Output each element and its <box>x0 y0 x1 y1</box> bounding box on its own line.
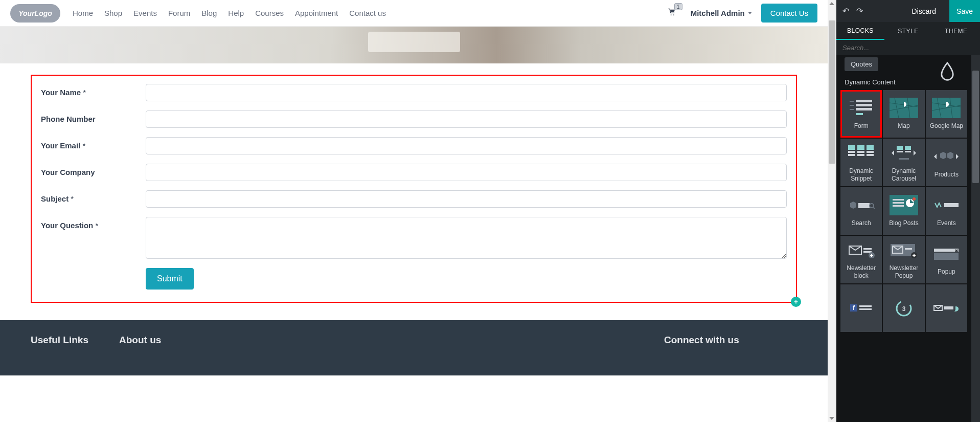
nav-events[interactable]: Events <box>133 9 157 17</box>
website-topbar: YourLogo Home Shop Events Forum Blog Hel… <box>0 0 828 27</box>
svg-rect-34 <box>863 248 872 250</box>
block-label: Dynamic Snippet <box>840 167 882 182</box>
nav-shop[interactable]: Shop <box>104 9 122 17</box>
form-block-selection[interactable]: Your Name *Phone NumberYour Email *Your … <box>31 75 797 303</box>
block-form[interactable]: Form <box>840 90 882 138</box>
form-field-phone-number[interactable] <box>146 110 787 128</box>
block-dynamic-snippet[interactable]: Dynamic Snippet <box>840 139 882 186</box>
news-icon <box>847 240 876 260</box>
svg-rect-32 <box>944 203 959 207</box>
search-input[interactable] <box>842 44 974 52</box>
block-blog-posts[interactable]: Blog Posts <box>883 187 924 235</box>
countdown-icon: 3 <box>890 298 918 319</box>
svg-rect-46 <box>859 308 872 310</box>
cart-button[interactable]: 1 <box>667 8 676 18</box>
tab-theme[interactable]: THEME <box>932 22 980 40</box>
svg-rect-20 <box>897 146 903 150</box>
svg-rect-19 <box>867 154 874 156</box>
scroll-thumb[interactable] <box>972 71 979 183</box>
block-label: Blog Posts <box>887 219 920 227</box>
block-newsletter-block[interactable]: Newsletter block <box>840 236 882 283</box>
svg-rect-42 <box>934 253 959 260</box>
hero-image <box>0 27 828 63</box>
nav-contactus[interactable]: Contact us <box>349 9 386 17</box>
form-field-your-company[interactable] <box>146 164 787 181</box>
block-social[interactable] <box>926 284 967 332</box>
block-newsletter-popup[interactable]: Newsletter Popup <box>883 236 924 283</box>
block-countdown[interactable]: 3 <box>883 284 924 332</box>
discard-button[interactable]: Discard <box>912 7 936 15</box>
tab-style[interactable]: STYLE <box>884 22 932 40</box>
quotes-block-chip[interactable]: Quotes <box>845 57 878 71</box>
block-label: Products <box>932 171 961 178</box>
map-icon <box>890 98 918 118</box>
user-menu[interactable]: Mitchell Admin <box>691 9 752 17</box>
svg-rect-29 <box>893 202 904 204</box>
save-button[interactable]: Save <box>949 0 980 22</box>
block-label: Newsletter Popup <box>883 264 924 279</box>
editor-sidebar: ↶ ↷ Discard Save BLOCKS STYLE THEME Quot… <box>836 0 980 422</box>
submit-button[interactable]: Submit <box>146 268 194 290</box>
block-dynamic-carousel[interactable]: Dynamic Carousel <box>883 139 924 186</box>
nav-help[interactable]: Help <box>228 9 244 17</box>
svg-rect-22 <box>905 146 911 150</box>
svg-rect-3 <box>856 100 872 102</box>
block-label: Popup <box>936 268 958 275</box>
block-label: Map <box>896 122 911 129</box>
footer-connect: Connect with us <box>664 335 797 355</box>
svg-rect-23 <box>905 151 911 152</box>
main-nav: Home Shop Events Forum Blog Help Courses… <box>73 9 667 17</box>
popup-icon <box>932 243 961 264</box>
form-field-your-name[interactable] <box>146 84 787 101</box>
block-label: Events <box>935 219 958 227</box>
svg-rect-5 <box>856 104 872 106</box>
svg-point-1 <box>673 14 674 15</box>
footer-heading: About us <box>119 335 531 346</box>
editor-topbar: ↶ ↷ Discard Save <box>836 0 980 22</box>
drop-icon <box>939 61 956 83</box>
block-popup[interactable]: Popup <box>926 236 967 283</box>
block-fb[interactable]: f <box>840 284 882 332</box>
resize-handle[interactable] <box>791 297 801 307</box>
nav-appointment[interactable]: Appointment <box>295 9 338 17</box>
contact-us-button[interactable]: Contact Us <box>761 4 817 23</box>
nav-home[interactable]: Home <box>73 9 93 17</box>
main-scrollbar[interactable] <box>828 0 836 422</box>
nav-forum[interactable]: Forum <box>168 9 190 17</box>
footer: Useful Links About us Connect with us <box>0 320 828 375</box>
svg-rect-6 <box>850 109 854 110</box>
logo[interactable]: YourLogo <box>10 4 60 23</box>
block-map[interactable]: Map <box>883 90 924 138</box>
svg-rect-17 <box>867 145 874 150</box>
block-search[interactable]: Search <box>840 187 882 235</box>
dsnip-icon <box>847 143 876 163</box>
caret-down-icon <box>748 12 752 14</box>
svg-rect-15 <box>857 151 864 153</box>
block-google-map[interactable]: Google Map <box>926 90 967 138</box>
svg-rect-2 <box>850 101 854 102</box>
block-events[interactable]: Events <box>926 187 967 235</box>
nav-courses[interactable]: Courses <box>255 9 284 17</box>
svg-rect-30 <box>893 205 904 207</box>
form-field-your-email[interactable] <box>146 137 787 154</box>
redo-button[interactable]: ↷ <box>856 6 863 16</box>
footer-heading: Connect with us <box>664 335 797 346</box>
block-products[interactable]: Products <box>926 139 967 186</box>
tab-blocks[interactable]: BLOCKS <box>836 22 884 40</box>
sidebar-scrollbar[interactable] <box>971 55 980 422</box>
form-label: Subject * <box>41 190 146 203</box>
block-label: Form <box>852 122 871 129</box>
scroll-thumb[interactable] <box>829 20 835 164</box>
newspop-icon <box>890 240 918 260</box>
svg-point-26 <box>870 204 874 208</box>
footer-about: About us <box>119 335 531 355</box>
undo-button[interactable]: ↶ <box>842 6 849 16</box>
cart-badge: 1 <box>674 3 682 10</box>
svg-rect-50 <box>944 306 953 309</box>
nav-blog[interactable]: Blog <box>201 9 217 17</box>
form-field-subject[interactable] <box>146 190 787 208</box>
blog-icon <box>890 195 918 215</box>
editor-search <box>836 40 980 55</box>
form-field-your-question[interactable] <box>146 217 787 259</box>
svg-rect-41 <box>934 249 959 252</box>
